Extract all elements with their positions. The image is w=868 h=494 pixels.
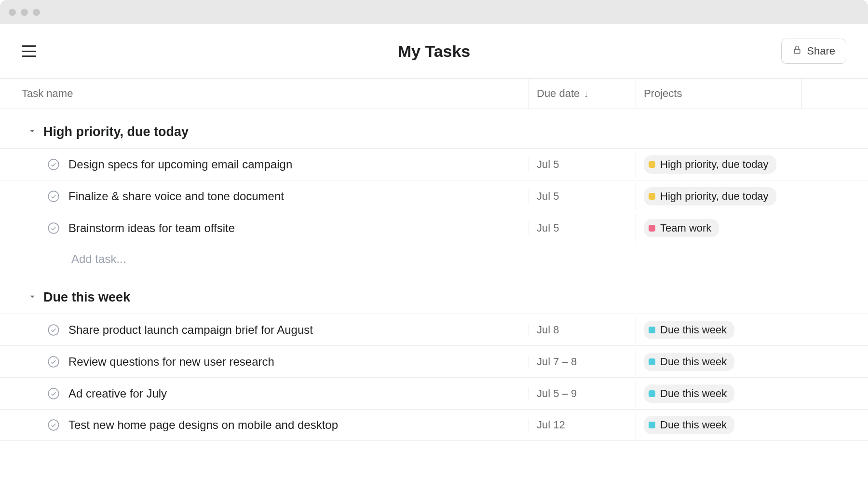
svg-point-3: [48, 223, 59, 233]
task-project-cell[interactable]: Team work: [636, 214, 801, 242]
project-color-dot: [649, 225, 655, 232]
project-color-dot: [649, 161, 655, 168]
share-button[interactable]: Share: [781, 39, 846, 64]
page-title: My Tasks: [398, 42, 471, 61]
project-color-dot: [649, 422, 655, 428]
task-row[interactable]: Brainstorm ideas for team offsiteJul 5Te…: [0, 212, 868, 244]
project-color-dot: [649, 327, 655, 333]
table-header-row: Task name Due date ↓ Projects: [0, 78, 868, 109]
task-project-cell[interactable]: Due this week: [636, 411, 801, 439]
complete-task-checkbox[interactable]: [47, 387, 60, 400]
project-color-dot: [649, 390, 655, 397]
project-color-dot: [649, 193, 655, 200]
project-pill-label: Team work: [660, 222, 711, 234]
complete-task-checkbox[interactable]: [47, 158, 60, 171]
project-color-dot: [649, 358, 655, 365]
task-due-date[interactable]: Jul 5: [529, 158, 636, 171]
task-due-date[interactable]: Jul 8: [529, 324, 636, 336]
task-name: Finalize & share voice and tone document: [68, 190, 284, 203]
task-project-cell[interactable]: High priority, due today: [636, 182, 801, 210]
complete-task-checkbox[interactable]: [47, 356, 60, 368]
add-task-button[interactable]: Add task...: [0, 244, 868, 274]
section-header[interactable]: High priority, due today: [0, 109, 868, 148]
svg-point-6: [48, 388, 59, 399]
task-due-date[interactable]: Jul 7 – 8: [529, 356, 636, 368]
task-project-cell[interactable]: Due this week: [636, 348, 801, 376]
lock-icon: [792, 45, 802, 57]
project-pill[interactable]: Due this week: [644, 321, 734, 339]
task-name: Test new home page designs on mobile and…: [68, 418, 338, 432]
task-row[interactable]: Ad creative for JulyJul 5 – 9Due this we…: [0, 377, 868, 409]
project-pill[interactable]: High priority, due today: [644, 187, 776, 206]
column-header-task-name[interactable]: Task name: [22, 87, 73, 99]
column-header-projects[interactable]: Projects: [644, 87, 682, 99]
task-row[interactable]: Share product launch campaign brief for …: [0, 314, 868, 345]
project-pill-label: Due this week: [660, 419, 727, 431]
window-maximize-button[interactable]: [33, 9, 40, 16]
task-name: Review questions for new user research: [68, 355, 274, 369]
svg-point-7: [48, 420, 59, 430]
task-row[interactable]: Review questions for new user researchJu…: [0, 345, 868, 377]
project-pill-label: High priority, due today: [660, 158, 769, 171]
task-due-date[interactable]: Jul 5 – 9: [529, 387, 636, 400]
project-pill[interactable]: Due this week: [644, 353, 734, 371]
task-row[interactable]: Design specs for upcoming email campaign…: [0, 148, 868, 180]
project-pill[interactable]: Due this week: [644, 416, 734, 434]
svg-point-4: [48, 325, 59, 335]
project-pill-label: Due this week: [660, 356, 727, 368]
complete-task-checkbox[interactable]: [47, 222, 60, 234]
task-row[interactable]: Test new home page designs on mobile and…: [0, 409, 868, 441]
project-pill-label: Due this week: [660, 387, 727, 400]
menu-button[interactable]: [22, 45, 36, 57]
task-name: Brainstorm ideas for team offsite: [68, 221, 235, 235]
svg-rect-0: [794, 49, 800, 53]
task-row[interactable]: Finalize & share voice and tone document…: [0, 180, 868, 212]
project-pill[interactable]: Team work: [644, 219, 719, 237]
section-title: Due this week: [43, 290, 130, 305]
task-project-cell[interactable]: Due this week: [636, 316, 801, 344]
page-header: My Tasks Share: [0, 24, 868, 78]
window-close-button[interactable]: [9, 9, 16, 16]
task-name: Ad creative for July: [68, 387, 167, 400]
task-due-date[interactable]: Jul 5: [529, 222, 636, 234]
project-pill[interactable]: Due this week: [644, 384, 734, 403]
task-project-cell[interactable]: High priority, due today: [636, 151, 801, 178]
sort-descending-icon: ↓: [583, 88, 588, 99]
window-chrome: [0, 0, 868, 24]
section-header[interactable]: Due this week: [0, 274, 868, 314]
svg-point-5: [48, 357, 59, 367]
project-pill-label: High priority, due today: [660, 190, 769, 203]
task-name: Share product launch campaign brief for …: [68, 323, 313, 337]
section-collapse-icon: [28, 127, 37, 137]
section-title: High priority, due today: [43, 124, 189, 139]
task-name: Design specs for upcoming email campaign: [68, 158, 292, 171]
project-pill-label: Due this week: [660, 324, 727, 336]
column-header-due-date[interactable]: Due date ↓: [529, 79, 636, 109]
section-collapse-icon: [28, 292, 37, 303]
task-due-date[interactable]: Jul 12: [529, 419, 636, 431]
share-button-label: Share: [807, 45, 835, 57]
svg-point-2: [48, 191, 59, 202]
complete-task-checkbox[interactable]: [47, 324, 60, 336]
complete-task-checkbox[interactable]: [47, 190, 60, 203]
project-pill[interactable]: High priority, due today: [644, 155, 776, 174]
task-project-cell[interactable]: Due this week: [636, 380, 801, 408]
window-minimize-button[interactable]: [21, 9, 28, 16]
complete-task-checkbox[interactable]: [47, 419, 60, 431]
svg-point-1: [48, 159, 59, 170]
task-due-date[interactable]: Jul 5: [529, 190, 636, 203]
